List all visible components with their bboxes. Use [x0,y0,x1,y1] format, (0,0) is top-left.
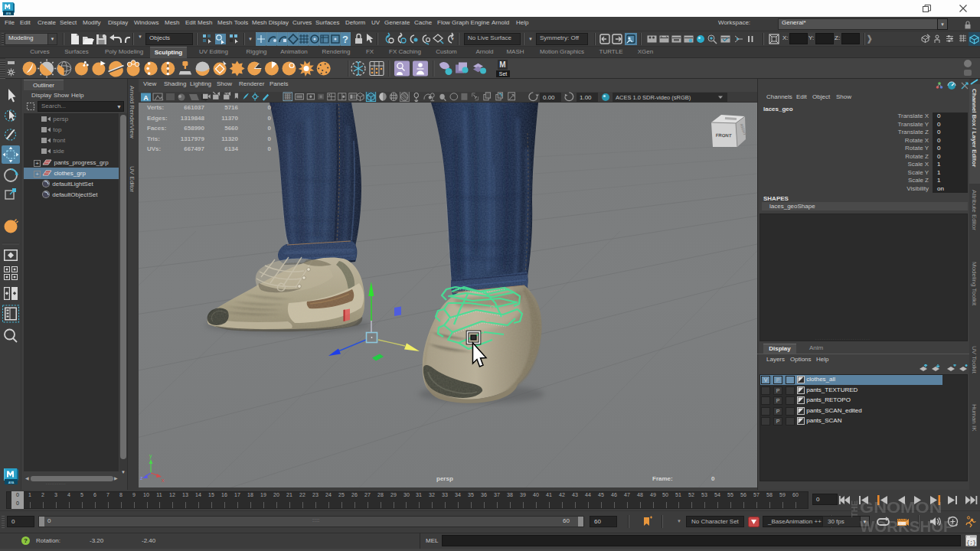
svg-text:0: 0 [268,135,272,142]
svg-text:Frame:: Frame: [652,475,673,482]
svg-text:?: ? [342,34,348,45]
svg-text:persp: persp [436,475,453,482]
svg-text:0: 0 [268,115,272,122]
svg-text:11320: 11320 [221,135,238,142]
svg-text:1319848: 1319848 [181,115,205,122]
svg-text:{;}: {;} [966,540,976,546]
svg-text:1317979: 1317979 [181,135,205,142]
svg-text:Edges:: Edges: [147,115,168,122]
svg-text:0: 0 [268,145,272,152]
svg-text:z: z [140,475,143,481]
svg-text:658990: 658990 [184,125,204,132]
svg-text:667497: 667497 [184,145,204,152]
svg-text:AYA: AYA [6,12,11,15]
svg-text:Tris:: Tris: [147,135,160,142]
svg-text:A: A [143,94,149,102]
svg-text:5660: 5660 [224,125,238,132]
svg-text:y: y [149,453,152,459]
svg-text:0.00: 0.00 [543,94,555,101]
svg-text:6134: 6134 [224,145,238,152]
svg-text:FRONT: FRONT [716,133,732,139]
svg-text:UVs:: UVs: [147,145,161,152]
svg-text:Faces:: Faces: [147,125,166,132]
svg-text:11370: 11370 [221,115,238,122]
svg-text:x: x [162,478,165,483]
svg-text:661037: 661037 [184,104,204,111]
svg-text:1.00: 1.00 [580,94,592,101]
svg-text:AYA: AYA [8,481,15,484]
svg-text:0: 0 [268,104,272,111]
svg-text:0: 0 [268,125,272,132]
svg-text:0: 0 [711,475,715,482]
svg-text:5716: 5716 [224,104,238,111]
svg-text:Verts:: Verts: [147,104,164,111]
svg-text:ACES 1.0 SDR-video (sRGB): ACES 1.0 SDR-video (sRGB) [616,94,691,101]
